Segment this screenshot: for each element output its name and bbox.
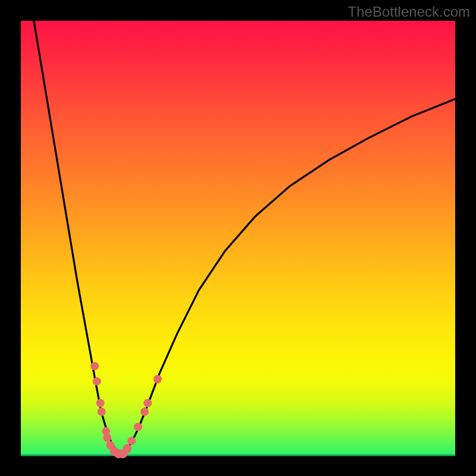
curve-layer xyxy=(21,21,455,455)
chart-frame: TheBottleneck.com xyxy=(0,0,476,476)
highlight-dot xyxy=(140,408,149,416)
watermark-text: TheBottleneck.com xyxy=(348,4,470,20)
bottleneck-curve xyxy=(34,21,455,455)
highlight-dot xyxy=(143,399,152,407)
highlight-dot xyxy=(154,375,162,383)
plot-area xyxy=(21,21,455,455)
highlight-dot xyxy=(90,362,99,370)
highlight-dot xyxy=(98,408,106,416)
highlight-dot xyxy=(96,399,105,407)
highlight-dots xyxy=(90,362,162,458)
highlight-dot xyxy=(103,434,111,442)
highlight-dot xyxy=(93,377,101,386)
highlight-dot xyxy=(127,437,136,445)
highlight-dot xyxy=(134,423,142,431)
highlight-dot xyxy=(123,444,131,453)
